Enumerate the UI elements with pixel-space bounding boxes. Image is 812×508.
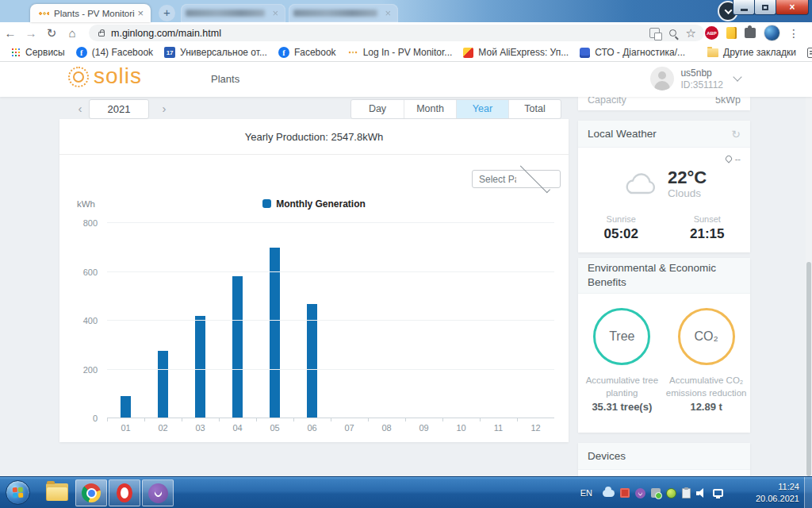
period-tab-day[interactable]: Day	[351, 100, 404, 118]
x-label-09: 09	[405, 423, 442, 433]
volume-icon[interactable]	[696, 488, 707, 498]
bookmark-label: Другие закладки	[723, 47, 796, 58]
bar-01[interactable]	[121, 396, 131, 418]
location-text: --	[735, 154, 741, 164]
network-icon[interactable]	[713, 489, 723, 497]
system-tray: EN	[580, 477, 723, 508]
window-close-button[interactable]: ×	[776, 0, 809, 15]
sunrise-time: 05:02	[578, 226, 665, 242]
benefit-caption: Accumulative tree planting	[581, 375, 662, 399]
benefits-card: Environmental & Economic Benefits TreeAc…	[578, 258, 750, 433]
period-tab-year[interactable]: Year	[456, 100, 508, 118]
address-bar[interactable]: m.ginlong.com/main.html ☆	[89, 25, 704, 41]
bar-02[interactable]	[158, 351, 168, 418]
yellow-extension-icon[interactable]	[726, 27, 737, 39]
chevron-down-icon	[724, 6, 732, 14]
window-restore-button[interactable]	[754, 0, 776, 15]
bar-col-03	[182, 223, 219, 418]
bookmarks-bar: Сервисыf(14) Facebook17Универсальное от.…	[0, 44, 812, 62]
url-text[interactable]: m.ginlong.com/main.html	[111, 28, 649, 39]
refresh-icon[interactable]: ↻	[731, 128, 741, 140]
period-tab-month[interactable]: Month	[404, 100, 456, 118]
weather-condition: Clouds	[668, 187, 707, 199]
seventeen-icon: 17	[164, 47, 175, 58]
page-scrollbar[interactable]	[806, 62, 812, 476]
tab-close-icon[interactable]: ×	[270, 8, 281, 18]
bar-05[interactable]	[270, 248, 280, 418]
cloud-tray-icon[interactable]	[603, 490, 615, 497]
tab-close-icon[interactable]: ×	[135, 8, 146, 18]
browser-toolbar: ← → ↻ ⌂ m.ginlong.com/main.html ☆ ABP ⋮	[0, 22, 812, 44]
blurred-tab-text	[186, 10, 265, 17]
red-app-tray-icon[interactable]	[620, 488, 630, 498]
x-label-02: 02	[144, 423, 182, 433]
browser-profile-avatar[interactable]	[764, 25, 780, 41]
back-icon[interactable]: ←	[0, 26, 21, 40]
period-tab-total[interactable]: Total	[508, 100, 561, 118]
bookmark-facebook[interactable]: fFacebook	[278, 47, 336, 58]
bar-col-08	[368, 223, 405, 418]
solis-logo[interactable]: solis	[68, 67, 142, 87]
benefit-co2: CO₂Accumulative CO₂ emissions reduction1…	[666, 308, 747, 413]
bookmark--14-facebook[interactable]: f(14) Facebook	[76, 47, 153, 58]
browser-tab-active[interactable]: Plants - PV Monitoring ×	[30, 4, 151, 22]
bookmark-универсальное-от-[interactable]: 17Универсальное от...	[164, 47, 267, 58]
scrollbar-thumb[interactable]	[806, 262, 811, 476]
adblock-icon[interactable]: ABP	[705, 26, 718, 40]
bookmark-label: Сервисы	[25, 47, 65, 58]
bar-06[interactable]	[307, 304, 317, 418]
bookmark-сервисы[interactable]: Сервисы	[11, 47, 65, 58]
chrome-taskbar-button[interactable]	[75, 479, 107, 506]
home-icon[interactable]: ⌂	[62, 26, 82, 40]
clipboard-tray-icon[interactable]	[682, 488, 691, 498]
bookmark-star-icon[interactable]: ☆	[686, 27, 696, 39]
page-content: solis Plants us5nbp ID:351112 ‹ 2021 › D…	[0, 62, 812, 476]
bar-col-11	[480, 223, 517, 418]
select-parameter-dropdown[interactable]: Select Paramet...	[472, 170, 561, 188]
bar-col-01	[107, 223, 144, 418]
viber-tray-icon[interactable]	[635, 488, 645, 498]
bookmark-другие-закладки[interactable]: Другие закладки	[707, 47, 796, 58]
antivirus-tray-icon[interactable]	[666, 488, 676, 498]
translate-icon[interactable]	[649, 28, 660, 38]
browser-menu-icon[interactable]: ⋮	[788, 27, 799, 40]
new-tab-button[interactable]: +	[159, 5, 175, 21]
gridline-600	[107, 271, 554, 272]
y-tick-200: 200	[83, 365, 98, 375]
bookmark-log-in-pv-monitor-[interactable]: Log In - PV Monitor...	[347, 47, 453, 58]
bar-04[interactable]	[232, 276, 243, 418]
bar-03[interactable]	[195, 316, 205, 418]
extensions-puzzle-icon[interactable]	[745, 28, 756, 38]
reload-icon[interactable]: ↻	[41, 26, 62, 40]
weather-card: Local Weather ↻ -- 22°C Clouds	[578, 121, 750, 252]
window-minimize-button[interactable]	[733, 0, 755, 15]
language-indicator[interactable]: EN	[580, 488, 592, 498]
opera-taskbar-button[interactable]	[109, 479, 140, 506]
clock[interactable]: 11:24 20.06.2021	[756, 481, 799, 505]
x-label-05: 05	[256, 423, 293, 433]
viber-taskbar-button[interactable]	[142, 479, 174, 506]
bookmarks-right: Другие закладкиСписок для чтения	[696, 47, 812, 58]
start-button[interactable]	[6, 480, 30, 505]
tab-close-icon[interactable]: ×	[382, 8, 393, 18]
bookmark-мой-aliexpress-уп-[interactable]: Мой AliExpress: Уп...	[463, 47, 569, 58]
user-menu[interactable]: us5nbp ID:351112	[650, 67, 741, 90]
zoom-icon[interactable]	[669, 29, 676, 37]
year-next-button[interactable]: ›	[159, 102, 170, 115]
browser-tab-inactive-1[interactable]: ×	[181, 4, 285, 22]
explorer-taskbar-button[interactable]	[46, 483, 68, 501]
bookmark-список-для-чтения[interactable]: Список для чтения	[807, 47, 812, 58]
browser-tab-inactive-2[interactable]: ×	[289, 4, 398, 22]
year-prev-button[interactable]: ‹	[75, 102, 86, 115]
devices-card: Devices	[578, 443, 750, 476]
yearly-production-title: Yearly Production: 2547.8kWh	[59, 119, 569, 155]
forward-icon[interactable]: →	[21, 26, 41, 40]
bookmark-label: Мой AliExpress: Уп...	[478, 47, 569, 58]
bookmark-сто-д-агностика-[interactable]: СТО - Діагностика/...	[580, 47, 685, 58]
year-input[interactable]: 2021	[89, 99, 149, 119]
usb-tray-icon[interactable]	[651, 488, 661, 498]
show-desktop-button[interactable]	[804, 477, 812, 508]
location-pin-icon	[724, 154, 733, 163]
select-parameter-text: Select Paramet...	[479, 174, 516, 185]
username: us5nbp	[680, 67, 723, 79]
